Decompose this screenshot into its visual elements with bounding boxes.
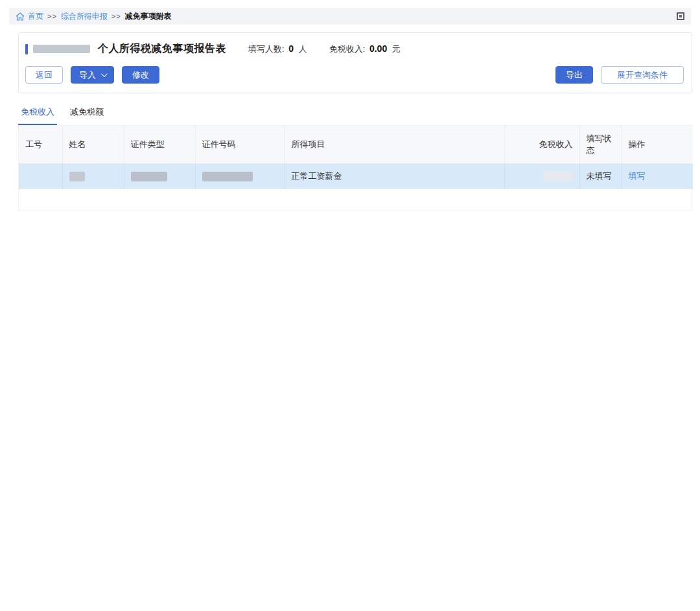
breadcrumb-item-home[interactable]: 首页 bbox=[28, 11, 43, 22]
chevron-down-icon bbox=[101, 71, 108, 77]
toolbar: 返回 导入 修改 导出 展开查询条件 bbox=[25, 66, 684, 84]
tab-tax-reduction[interactable]: 减免税额 bbox=[67, 103, 106, 125]
breadcrumb-item-comprehensive-income[interactable]: 综合所得申报 bbox=[61, 11, 108, 22]
column-header-tax-free-income: 免税收入 bbox=[504, 126, 579, 164]
title-accent-bar bbox=[25, 44, 28, 54]
fill-count-value: 0 bbox=[288, 43, 294, 54]
column-header-fill-status: 填写状态 bbox=[579, 126, 622, 164]
redacted-title-prefix bbox=[33, 45, 90, 53]
cell-job-no bbox=[19, 164, 62, 189]
column-header-id-number: 证件号码 bbox=[195, 126, 285, 164]
breadcrumb-separator: >> bbox=[111, 12, 121, 20]
report-table: 工号 姓名 证件类型 证件号码 所得项目 免税收入 填写状态 操作 正常工资薪金… bbox=[19, 126, 693, 189]
tab-bar: 免税收入 减免税额 bbox=[18, 103, 700, 125]
table-row: 正常工资薪金 未填写 填写 bbox=[19, 164, 693, 189]
page-title: 个人所得税减免事项报告表 bbox=[98, 42, 226, 56]
cell-name bbox=[62, 164, 124, 189]
report-table-container: 工号 姓名 证件类型 证件号码 所得项目 免税收入 填写状态 操作 正常工资薪金… bbox=[18, 125, 692, 211]
export-button[interactable]: 导出 bbox=[555, 66, 593, 84]
window-control-icon[interactable] bbox=[677, 12, 684, 20]
fill-count-unit: 人 bbox=[299, 44, 307, 54]
tax-free-income-unit: 元 bbox=[392, 44, 401, 54]
cell-id-type bbox=[124, 164, 195, 189]
breadcrumb-separator: >> bbox=[47, 12, 57, 20]
import-button[interactable]: 导入 bbox=[71, 66, 114, 84]
cell-tax-free-income bbox=[504, 164, 579, 189]
tax-free-income-label: 免税收入: bbox=[329, 44, 366, 54]
fill-link[interactable]: 填写 bbox=[629, 171, 646, 181]
modify-button[interactable]: 修改 bbox=[122, 66, 159, 84]
cell-id-number bbox=[195, 164, 285, 189]
breadcrumb: 首页 >> 综合所得申报 >> 减免事项附表 bbox=[9, 8, 691, 25]
cell-fill-status: 未填写 bbox=[579, 164, 622, 189]
redacted-id-type bbox=[131, 172, 167, 181]
fill-count-label: 填写人数: bbox=[248, 44, 285, 54]
tab-tax-free-income[interactable]: 免税收入 bbox=[18, 103, 57, 125]
column-header-job-no: 工号 bbox=[19, 126, 62, 164]
redacted-amount bbox=[543, 172, 573, 181]
column-header-id-type: 证件类型 bbox=[124, 126, 195, 164]
redacted-id-number bbox=[202, 172, 253, 181]
home-icon[interactable] bbox=[16, 12, 25, 21]
breadcrumb-item-current: 减免事项附表 bbox=[125, 11, 172, 22]
cell-action: 填写 bbox=[622, 164, 693, 189]
import-button-label: 导入 bbox=[79, 69, 96, 81]
tax-free-income-stat: 免税收入: 0.00 元 bbox=[329, 43, 401, 55]
redacted-name bbox=[69, 172, 85, 181]
table-header-row: 工号 姓名 证件类型 证件号码 所得项目 免税收入 填写状态 操作 bbox=[19, 126, 693, 164]
title-row: 个人所得税减免事项报告表 填写人数: 0 人 免税收入: 0.00 元 bbox=[25, 42, 684, 56]
tax-free-income-value: 0.00 bbox=[369, 43, 387, 54]
column-header-name: 姓名 bbox=[62, 126, 124, 164]
expand-query-button[interactable]: 展开查询条件 bbox=[601, 66, 684, 84]
fill-count-stat: 填写人数: 0 人 bbox=[248, 43, 307, 55]
column-header-action: 操作 bbox=[622, 126, 693, 164]
column-header-income-item: 所得项目 bbox=[285, 126, 504, 164]
back-button[interactable]: 返回 bbox=[25, 66, 63, 84]
cell-income-item: 正常工资薪金 bbox=[285, 164, 504, 189]
report-header-card: 个人所得税减免事项报告表 填写人数: 0 人 免税收入: 0.00 元 返回 导… bbox=[18, 32, 692, 93]
